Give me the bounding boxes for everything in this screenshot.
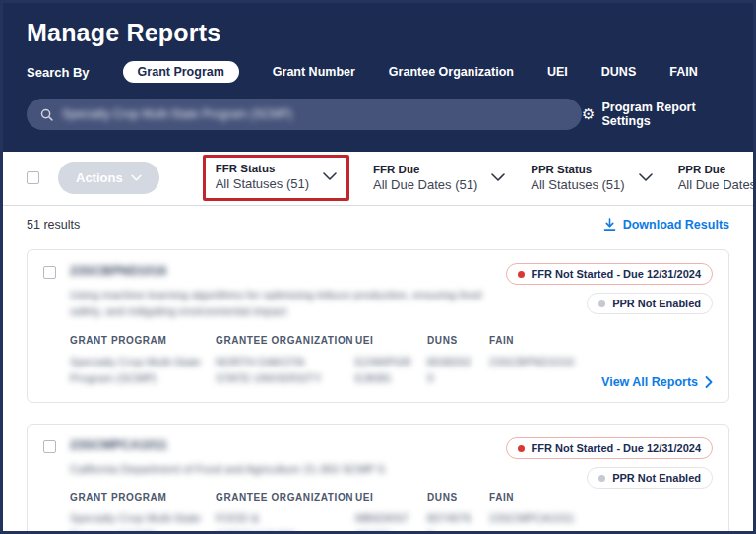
red-dot-icon (518, 445, 525, 452)
fain-value: 23SCMPCA1011 (489, 510, 594, 528)
ppr-due-value: All Due Dates (51) (678, 177, 756, 192)
gray-dot-icon (598, 300, 605, 307)
page-header: Manage Reports Search By Grant Program G… (3, 3, 753, 152)
uei-value: MB6DKN7JWJ67 (355, 510, 413, 534)
ppr-status-badge: PPR Not Enabled (587, 467, 713, 489)
ffr-status-badge: FFR Not Started - Due 12/31/2024 (506, 437, 713, 459)
program-report-settings-label: Program Report Settings (601, 100, 729, 128)
chevron-down-icon (491, 173, 505, 181)
grant-number-link[interactable]: 23SCBPND1016 (70, 263, 166, 278)
ffr-due-value: All Due Dates (51) (373, 177, 477, 192)
ppr-badge-label: PPR Not Enabled (612, 298, 701, 309)
column-header-grant-program: GRANT PROGRAM (70, 335, 202, 346)
grant-description: Using machine learning algorithms for op… (70, 287, 494, 321)
ffr-due-label: FFR Due (373, 164, 477, 175)
search-by-tabs: Search By Grant Program Grant Number Gra… (27, 61, 729, 83)
column-header-fain: FAIN (489, 335, 594, 346)
chevron-right-icon (705, 376, 713, 388)
view-all-reports-link[interactable]: View All Reports (601, 375, 713, 389)
tab-duns[interactable]: DUNS (601, 65, 636, 79)
tab-grant-program[interactable]: Grant Program (123, 61, 239, 83)
duns-value: 80382629 (427, 354, 475, 389)
search-icon (40, 108, 53, 121)
tab-grant-number[interactable]: Grant Number (273, 65, 355, 79)
column-header-grant-program: GRANT PROGRAM (70, 492, 202, 502)
column-header-uei: UEI (355, 492, 413, 502)
gear-icon: ⚙ (582, 107, 595, 122)
program-report-settings-button[interactable]: ⚙ Program Report Settings (582, 100, 729, 128)
ffr-badge-label: FFR Not Started - Due 12/31/2024 (532, 268, 701, 280)
grant-number-link[interactable]: 23SCMPCA1011 (70, 437, 167, 452)
ffr-status-badge: FFR Not Started - Due 12/31/2024 (506, 263, 713, 285)
ppr-badge-label: PPR Not Enabled (612, 472, 701, 484)
tab-grantee-organization[interactable]: Grantee Organization (389, 65, 514, 79)
row-checkbox[interactable] (43, 266, 56, 279)
ppr-status-dropdown[interactable]: PPR Status All Statuses (51) (531, 164, 652, 192)
page-title: Manage Reports (27, 19, 729, 47)
red-dot-icon (518, 271, 525, 278)
report-card: 23SCMPCA1011 California Department of Fo… (27, 424, 729, 534)
duns-value: 80749768 (427, 510, 475, 534)
chevron-down-icon (639, 173, 653, 181)
actions-label: Actions (76, 170, 123, 185)
view-all-reports-label: View All Reports (601, 375, 698, 389)
ppr-due-label: PPR Due (678, 164, 756, 175)
manage-reports-page: Manage Reports Search By Grant Program G… (0, 0, 756, 534)
ppr-status-label: PPR Status (531, 164, 624, 175)
ffr-due-dropdown[interactable]: FFR Due All Due Dates (51) (373, 164, 505, 192)
ppr-due-dropdown[interactable]: PPR Due All Due Dates (51) (678, 164, 756, 192)
tab-fain[interactable]: FAIN (669, 65, 697, 79)
download-results-link[interactable]: Download Results (603, 218, 729, 232)
results-count: 51 results (27, 218, 80, 232)
results-list: 23SCBPND1016 Using machine learning algo… (3, 241, 753, 534)
chevron-down-icon (323, 172, 337, 180)
ffr-status-value: All Statuses (51) (216, 176, 309, 191)
search-value: Specialty Crop Multi-State Program (SCMP… (62, 107, 292, 121)
actions-button[interactable]: Actions (58, 162, 159, 194)
grant-description: California Department of Food and Agricu… (70, 461, 494, 478)
uei-value: EZ4WPGRE3KB5 (355, 354, 413, 389)
column-header-fain: FAIN (489, 492, 594, 502)
filter-groups: FFR Status All Statuses (51) FFR Due All… (205, 163, 756, 193)
grant-program-value: Specialty Crop Multi-State Program (SCMP… (70, 510, 202, 534)
grant-program-value: Specialty Crop Multi-State Program (SCMP… (70, 354, 202, 389)
download-results-label: Download Results (623, 218, 729, 232)
ppr-status-value: All Statuses (51) (531, 177, 624, 192)
fain-value: 23SCBPND1016 (489, 354, 594, 371)
grantee-organization-value: FOOD & AGRICULTURE, CALIFORNIA DEPARTMEN… (216, 510, 342, 534)
row-checkbox[interactable] (43, 440, 56, 453)
ppr-status-badge: PPR Not Enabled (587, 293, 713, 314)
ffr-status-dropdown[interactable]: FFR Status All Statuses (51) (203, 155, 349, 201)
ffr-status-label: FFR Status (216, 163, 309, 174)
search-input[interactable]: Specialty Crop Multi-State Program (SCMP… (27, 99, 582, 130)
ffr-badge-label: FFR Not Started - Due 12/31/2024 (532, 442, 701, 454)
column-header-duns: DUNS (427, 335, 475, 346)
column-header-duns: DUNS (427, 492, 475, 502)
grantee-organization-value: NORTH DAKOTA STATE UNIVERSITY (216, 354, 342, 389)
column-header-grantee-organization: GRANTEE ORGANIZATION (216, 335, 342, 346)
chevron-down-icon (131, 174, 142, 181)
search-row: Specialty Crop Multi-State Program (SCMP… (27, 99, 729, 130)
column-header-uei: UEI (355, 335, 413, 346)
select-all-checkbox[interactable] (27, 171, 39, 184)
tab-uei[interactable]: UEI (547, 65, 568, 79)
report-card: 23SCBPND1016 Using machine learning algo… (27, 249, 729, 403)
search-by-label: Search By (27, 65, 90, 80)
results-header: 51 results Download Results (3, 206, 753, 241)
gray-dot-icon (598, 475, 605, 482)
filter-bar: Actions FFR Status All Statuses (51) FFR… (3, 152, 753, 206)
download-icon (603, 218, 616, 232)
column-header-grantee-organization: GRANTEE ORGANIZATION (216, 492, 342, 502)
